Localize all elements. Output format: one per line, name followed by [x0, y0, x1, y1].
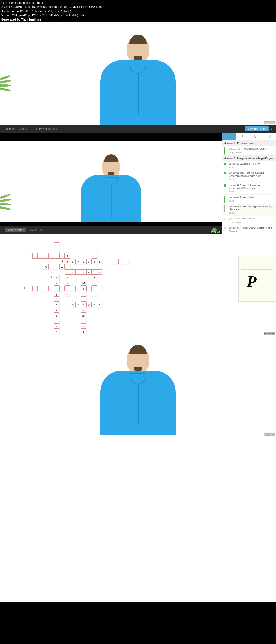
thumbnail-frame-2: NEXT LECTURE Auto Play ON ✓ 00:00:36 ☰ ⬇… [0, 133, 276, 234]
section-1-header: Section 1 - Pre-Assessment [222, 140, 276, 146]
lecture-6[interactable]: Lecture 6: Project Charter Definition an… [222, 225, 276, 234]
back-arrow-icon: ◄ [5, 127, 8, 131]
course-navbar: ◄ Back to Course ◄ Previous Lecture View… [0, 125, 276, 133]
frame-timestamp: 00:00:54 [264, 433, 275, 436]
thumbnail-frame-4: 00:00:54 [0, 335, 276, 437]
plant-decoration [0, 76, 11, 98]
lecture-3[interactable]: Lecture 3: Project Integration Managemen… [222, 182, 276, 195]
frame-timestamp: 00:00:54 [264, 332, 275, 335]
section-2-header: Section 2 - Integration I: Initiating a … [222, 155, 276, 161]
lecture-1[interactable]: Lecture 1: What is a Project? 08:50 [222, 161, 276, 170]
presenter [100, 36, 176, 125]
frame-timestamp: 00:00:18 [264, 121, 275, 124]
list-icon: ☰ [228, 135, 230, 138]
back-to-course-button[interactable]: ◄ Back to Course [3, 126, 30, 132]
frame-timestamp: 00:00:36 [210, 231, 221, 234]
lecture-4[interactable]: Lecture 4: Project Initiation 06:52 [222, 195, 276, 204]
tab-notes[interactable]: 📄 [263, 133, 276, 140]
tab-downloads[interactable]: ⬇ [236, 133, 249, 140]
download-icon: ⬇ [241, 135, 243, 138]
next-lecture-button[interactable]: NEXT LECTURE [5, 228, 26, 232]
player-bottom-bar: NEXT LECTURE Auto Play ON ✓ [0, 226, 222, 234]
autoplay-toggle[interactable]: Auto Play ON [30, 229, 43, 231]
thumbnail-frame-3: 123ProjectGroupApprovedrichenEccentric9P… [0, 234, 276, 335]
bottom-whitespace [0, 437, 276, 602]
video-area [0, 22, 276, 125]
lecture-5[interactable]: Lecture 5: Project Management Planning C… [222, 204, 276, 216]
prev-arrow-icon: ◄ [35, 127, 38, 131]
lecture-2[interactable]: Lecture 2: The Project Integration Manag… [222, 170, 276, 182]
view-resources-button[interactable]: View resources [245, 126, 269, 131]
tab-curriculum[interactable]: ☰ [222, 133, 236, 140]
file-metadata: File: 000 Orientation Video.mp4 Size: 16… [0, 0, 276, 22]
crossword-area: 123ProjectGroupApprovedrichenEccentric9P… [0, 234, 276, 335]
tab-discussion[interactable]: 💬 [249, 133, 263, 140]
quiz-1[interactable]: Quiz 1: PMP Pre-Assessment Quiz 24 quest… [222, 146, 276, 155]
video-panel: NEXT LECTURE Auto Play ON ✓ 00:00:36 [0, 133, 222, 234]
note-icon: 📄 [268, 135, 271, 138]
sidebar-tabs: ☰ ⬇ 💬 📄 [222, 133, 276, 140]
thumbnail-frame-1: 00:00:18 [0, 22, 276, 125]
notepad: P [238, 256, 276, 302]
course-sidebar: ☰ ⬇ 💬 📄 Section 1 - Pre-Assessment Quiz … [222, 133, 276, 234]
quiz-2[interactable]: Quiz 2: Section 2 Quiz#1 12 questions [222, 216, 276, 225]
next-arrow-icon[interactable]: ► [270, 127, 273, 131]
chat-icon: 💬 [254, 135, 257, 138]
previous-lecture-button[interactable]: ◄ Previous Lecture [33, 126, 61, 132]
